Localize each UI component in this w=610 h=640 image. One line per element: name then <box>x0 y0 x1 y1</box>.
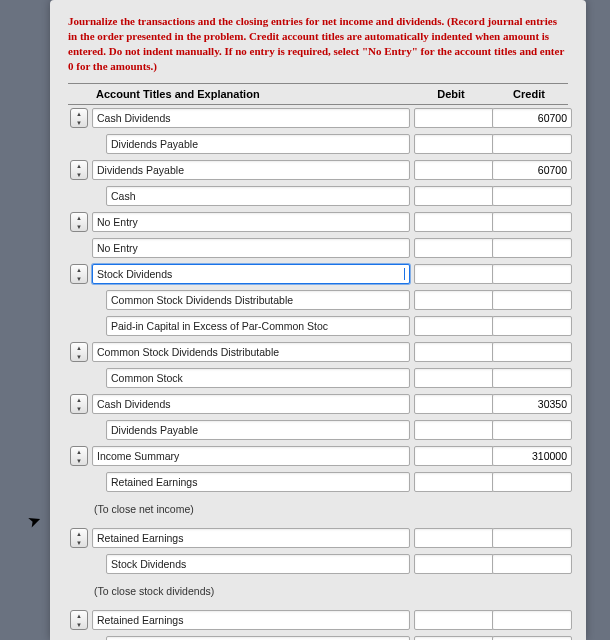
row-stepper-cell <box>68 313 90 339</box>
row-stepper-cell: ▲▼ <box>68 339 90 365</box>
account-cell: Dividends Payable <box>90 157 412 183</box>
account-cell: Cash <box>90 183 412 209</box>
credit-field[interactable] <box>492 264 572 284</box>
credit-cell <box>490 287 568 313</box>
debit-field[interactable] <box>414 186 494 206</box>
account-cell: Paid-in Capital in Excess of Par-Common … <box>90 313 412 339</box>
credit-cell <box>490 525 568 551</box>
account-field[interactable]: Cash <box>106 186 410 206</box>
account-field[interactable]: Paid-in Capital in Excess of Par-Common … <box>106 316 410 336</box>
debit-field[interactable] <box>414 134 494 154</box>
credit-field[interactable] <box>492 472 572 492</box>
debit-field[interactable] <box>414 212 494 232</box>
account-field[interactable]: Cash Dividends <box>106 636 410 640</box>
account-cell: Cash Dividends <box>90 633 412 640</box>
account-field[interactable]: Cash Dividends <box>92 394 410 414</box>
row-stepper-cell: ▲▼ <box>68 525 90 551</box>
account-cell: Retained Earnings <box>90 525 412 551</box>
credit-field[interactable] <box>492 554 572 574</box>
account-field[interactable]: Retained Earnings <box>92 610 410 630</box>
credit-cell <box>490 469 568 495</box>
table-row: Retained Earnings <box>68 469 568 495</box>
row-stepper[interactable]: ▲▼ <box>70 394 88 414</box>
account-field[interactable]: Common Stock Dividends Distributable <box>92 342 410 362</box>
debit-cell <box>412 131 490 157</box>
debit-field[interactable] <box>414 554 494 574</box>
debit-field[interactable] <box>414 394 494 414</box>
row-stepper-cell <box>68 417 90 443</box>
account-field[interactable]: Retained Earnings <box>106 472 410 492</box>
credit-field[interactable] <box>492 342 572 362</box>
debit-field[interactable] <box>414 290 494 310</box>
row-stepper-cell <box>68 469 90 495</box>
table-row: ▲▼Common Stock Dividends Distributable <box>68 339 568 365</box>
credit-field[interactable] <box>492 238 572 258</box>
credit-field[interactable] <box>492 610 572 630</box>
account-field[interactable]: Stock Dividends <box>92 264 410 284</box>
account-field[interactable]: Dividends Payable <box>92 160 410 180</box>
debit-field[interactable] <box>414 342 494 362</box>
table-row: Common Stock <box>68 365 568 391</box>
credit-field[interactable] <box>492 368 572 388</box>
row-stepper[interactable]: ▲▼ <box>70 528 88 548</box>
credit-field[interactable] <box>492 636 572 640</box>
credit-field[interactable] <box>492 290 572 310</box>
credit-field[interactable] <box>492 420 572 440</box>
credit-cell: 310000 <box>490 443 568 469</box>
credit-field[interactable]: 60700 <box>492 108 572 128</box>
debit-field[interactable] <box>414 528 494 548</box>
credit-field[interactable]: 310000 <box>492 446 572 466</box>
account-field[interactable]: Retained Earnings <box>92 528 410 548</box>
row-stepper[interactable]: ▲▼ <box>70 108 88 128</box>
account-field[interactable]: No Entry <box>92 212 410 232</box>
credit-cell: 60700 <box>490 157 568 183</box>
debit-field[interactable] <box>414 316 494 336</box>
table-row: (To close stock dividends) <box>68 577 568 607</box>
debit-cell <box>412 183 490 209</box>
account-field[interactable]: Income Summary <box>92 446 410 466</box>
account-field[interactable]: No Entry <box>92 238 410 258</box>
memo-text: (To close net income) <box>90 495 568 525</box>
debit-field[interactable] <box>414 636 494 640</box>
account-cell: Common Stock Dividends Distributable <box>90 339 412 365</box>
credit-field[interactable] <box>492 316 572 336</box>
debit-field[interactable] <box>414 238 494 258</box>
account-field[interactable]: Common Stock <box>106 368 410 388</box>
header-account: Account Titles and Explanation <box>90 84 412 105</box>
credit-field[interactable] <box>492 528 572 548</box>
row-stepper-cell: ▲▼ <box>68 105 90 132</box>
row-stepper[interactable]: ▲▼ <box>70 264 88 284</box>
table-row: ▲▼Cash Dividends30350 <box>68 391 568 417</box>
debit-field[interactable] <box>414 108 494 128</box>
debit-field[interactable] <box>414 610 494 630</box>
debit-field[interactable] <box>414 160 494 180</box>
debit-field[interactable] <box>414 472 494 492</box>
row-stepper[interactable]: ▲▼ <box>70 342 88 362</box>
row-stepper[interactable]: ▲▼ <box>70 212 88 232</box>
credit-field[interactable]: 30350 <box>492 394 572 414</box>
debit-field[interactable] <box>414 420 494 440</box>
credit-cell <box>490 261 568 287</box>
credit-field[interactable] <box>492 134 572 154</box>
credit-cell: 30350 <box>490 391 568 417</box>
account-cell: No Entry <box>90 209 412 235</box>
row-stepper-cell: ▲▼ <box>68 391 90 417</box>
account-field[interactable]: Stock Dividends <box>106 554 410 574</box>
account-field[interactable]: Dividends Payable <box>106 134 410 154</box>
debit-field[interactable] <box>414 264 494 284</box>
credit-field[interactable] <box>492 212 572 232</box>
row-stepper[interactable]: ▲▼ <box>70 610 88 630</box>
row-stepper-cell <box>68 183 90 209</box>
credit-field[interactable] <box>492 186 572 206</box>
account-field[interactable]: Common Stock Dividends Distributable <box>106 290 410 310</box>
debit-field[interactable] <box>414 368 494 388</box>
account-field[interactable]: Dividends Payable <box>106 420 410 440</box>
row-stepper[interactable]: ▲▼ <box>70 160 88 180</box>
table-row: Cash Dividends <box>68 633 568 640</box>
debit-field[interactable] <box>414 446 494 466</box>
row-stepper[interactable]: ▲▼ <box>70 446 88 466</box>
credit-field[interactable]: 60700 <box>492 160 572 180</box>
table-row: Stock Dividends <box>68 551 568 577</box>
memo-text: (To close stock dividends) <box>90 577 568 607</box>
account-field[interactable]: Cash Dividends <box>92 108 410 128</box>
